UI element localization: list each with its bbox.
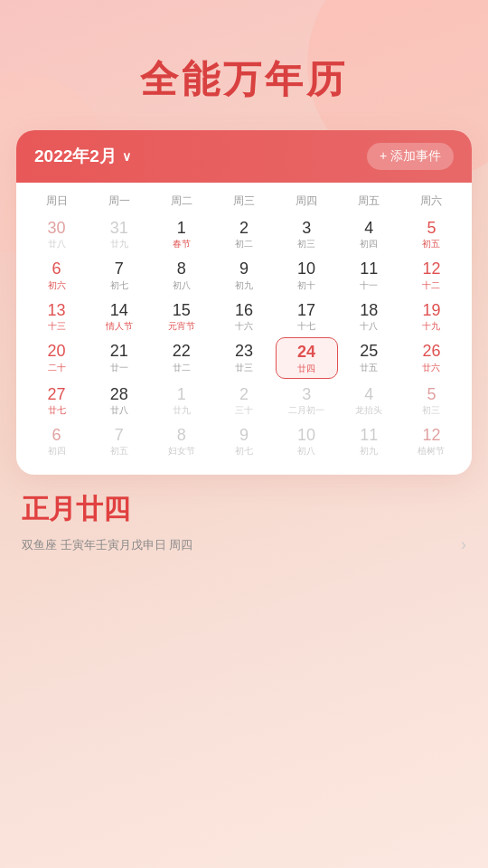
day-lunar: 十九 — [422, 321, 440, 332]
day-cell[interactable]: 5初三 — [400, 381, 463, 420]
day-cell[interactable]: 12植树节 — [400, 421, 463, 460]
day-cell[interactable]: 9初九 — [212, 255, 275, 294]
day-lunar: 廿八 — [110, 405, 128, 416]
add-event-button[interactable]: + 添加事件 — [367, 143, 454, 170]
day-lunar: 初九 — [235, 280, 253, 291]
day-number: 1 — [177, 218, 186, 239]
day-cell[interactable]: 11十一 — [338, 255, 400, 294]
app-title: 全能万年历 — [0, 0, 488, 130]
bottom-info: 正月廿四 双鱼座 壬寅年壬寅月戊申日 周四 › — [0, 475, 488, 561]
day-lunar: 初三 — [297, 239, 315, 250]
days-grid: 30廿八31廿九1春节2初二3初三4初四5初五6初六7初七8初八9初九10初十1… — [16, 214, 472, 466]
day-cell[interactable]: 17十七 — [276, 297, 338, 335]
day-cell[interactable]: 19十九 — [400, 297, 463, 335]
day-cell[interactable]: 15元宵节 — [150, 297, 212, 335]
day-lunar: 十七 — [297, 321, 315, 332]
day-number: 5 — [427, 218, 436, 239]
day-cell[interactable]: 7初五 — [88, 421, 150, 460]
day-number: 31 — [110, 218, 128, 239]
day-number: 10 — [297, 425, 315, 446]
day-lunar: 初五 — [110, 446, 128, 457]
day-lunar: 植树节 — [418, 446, 445, 457]
day-lunar: 初八 — [173, 280, 191, 291]
day-cell[interactable]: 21廿一 — [88, 337, 150, 378]
day-number: 4 — [364, 384, 373, 405]
day-cell[interactable]: 14情人节 — [88, 297, 150, 335]
info-row[interactable]: 双鱼座 壬寅年壬寅月戊申日 周四 › — [22, 535, 466, 554]
day-cell[interactable]: 2三十 — [212, 381, 275, 420]
day-cell[interactable]: 24廿四 — [276, 337, 338, 378]
day-number: 6 — [52, 259, 61, 279]
weekday-mon: 周一 — [88, 192, 150, 211]
day-number: 3 — [302, 384, 311, 405]
day-lunar: 初八 — [297, 446, 315, 457]
day-cell[interactable]: 10初八 — [276, 421, 338, 460]
month-title[interactable]: 2022年2月 ∨ — [34, 145, 131, 168]
day-lunar: 廿六 — [422, 363, 440, 373]
day-cell[interactable]: 12十二 — [400, 255, 463, 294]
day-lunar: 十一 — [360, 280, 378, 291]
day-lunar: 初四 — [48, 446, 66, 457]
day-cell[interactable]: 11初九 — [338, 421, 400, 460]
day-lunar: 初五 — [422, 239, 440, 250]
calendar-card: 2022年2月 ∨ + 添加事件 周日 周一 周二 周三 周四 周五 周六 30… — [16, 130, 472, 475]
day-cell[interactable]: 22廿二 — [150, 337, 212, 378]
day-cell[interactable]: 2初二 — [212, 214, 275, 253]
day-lunar: 廿四 — [297, 363, 315, 374]
day-cell[interactable]: 4龙抬头 — [338, 381, 400, 420]
day-cell[interactable]: 6初四 — [25, 421, 88, 460]
day-lunar: 春节 — [173, 239, 191, 250]
weekday-row: 周日 周一 周二 周三 周四 周五 周六 — [16, 183, 472, 214]
day-number: 24 — [297, 342, 315, 363]
month-label: 2022年2月 — [34, 145, 117, 168]
day-cell[interactable]: 8妇女节 — [150, 421, 212, 460]
day-cell[interactable]: 6初六 — [25, 255, 88, 294]
day-number: 2 — [239, 218, 249, 239]
day-cell[interactable]: 8初八 — [150, 255, 212, 294]
day-cell[interactable]: 30廿八 — [25, 214, 88, 253]
day-cell[interactable]: 23廿三 — [212, 337, 275, 378]
day-cell[interactable]: 25廿五 — [338, 337, 400, 378]
weekday-fri: 周五 — [338, 192, 400, 211]
day-lunar: 十六 — [235, 321, 253, 332]
day-lunar: 十二 — [422, 280, 440, 291]
day-lunar: 十三 — [48, 321, 66, 332]
day-lunar: 廿五 — [360, 363, 378, 373]
day-number: 16 — [235, 300, 253, 321]
day-cell[interactable]: 10初十 — [276, 255, 338, 294]
day-cell[interactable]: 26廿六 — [400, 337, 463, 378]
day-lunar: 廿八 — [48, 239, 66, 250]
day-cell[interactable]: 9初七 — [212, 421, 275, 460]
day-lunar: 初三 — [422, 405, 440, 416]
day-cell[interactable]: 5初五 — [400, 214, 463, 253]
day-number: 10 — [297, 259, 315, 279]
day-cell[interactable]: 7初七 — [88, 255, 150, 294]
day-number: 3 — [302, 218, 311, 239]
day-number: 19 — [422, 300, 440, 321]
day-number: 18 — [360, 300, 378, 321]
day-number: 15 — [173, 300, 191, 321]
day-lunar: 廿一 — [110, 363, 128, 373]
day-cell[interactable]: 27廿七 — [25, 381, 88, 420]
day-cell[interactable]: 3初三 — [276, 214, 338, 253]
day-cell[interactable]: 28廿八 — [88, 381, 150, 420]
day-number: 12 — [422, 259, 440, 279]
day-cell[interactable]: 3二月初一 — [276, 381, 338, 420]
day-cell[interactable]: 1春节 — [150, 214, 212, 253]
day-lunar: 二月初一 — [288, 405, 324, 416]
day-cell[interactable]: 13十三 — [25, 297, 88, 335]
day-cell[interactable]: 18十八 — [338, 297, 400, 335]
day-cell[interactable]: 31廿九 — [88, 214, 150, 253]
weekday-tue: 周二 — [150, 192, 212, 211]
day-lunar: 初十 — [297, 280, 315, 291]
day-cell[interactable]: 4初四 — [338, 214, 400, 253]
day-cell[interactable]: 16十六 — [212, 297, 275, 335]
day-number: 8 — [177, 425, 186, 446]
day-lunar: 初四 — [360, 239, 378, 250]
day-cell[interactable]: 20二十 — [25, 337, 88, 378]
day-cell[interactable]: 1廿九 — [150, 381, 212, 420]
day-number: 11 — [360, 259, 378, 279]
day-number: 23 — [235, 341, 253, 362]
day-number: 30 — [48, 218, 66, 239]
day-number: 17 — [297, 300, 315, 321]
